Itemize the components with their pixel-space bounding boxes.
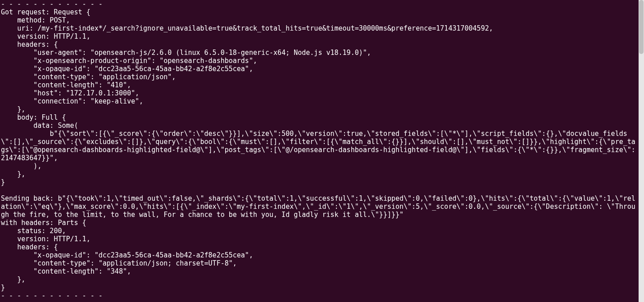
vertical-scrollbar[interactable] [639,0,644,302]
terminal-text: - - - - - - - - - - - - - Got request: R… [1,0,635,300]
terminal-output[interactable]: - - - - - - - - - - - - - Got request: R… [0,0,639,302]
scrollbar-thumb[interactable] [639,0,644,54]
